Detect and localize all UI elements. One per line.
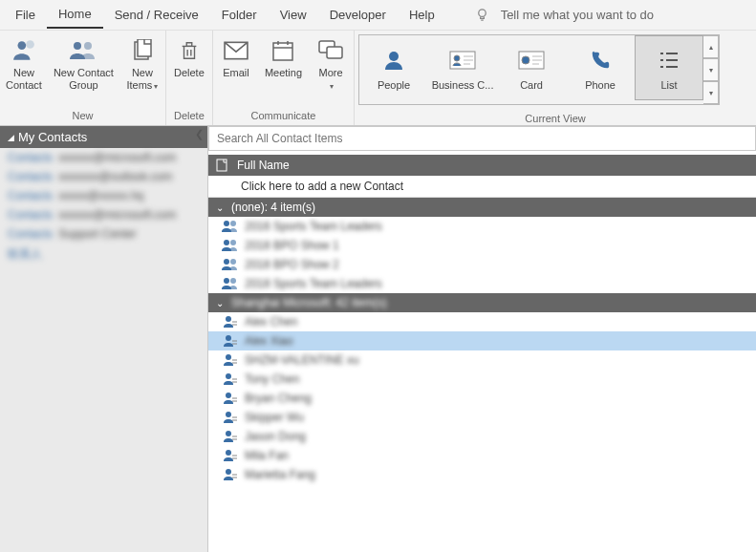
menu-folder[interactable]: Folder — [210, 2, 269, 28]
view-phone-label: Phone — [585, 79, 616, 91]
search-input[interactable] — [208, 126, 756, 151]
group-header-none[interactable]: ⌄ (none): 4 item(s) — [208, 198, 756, 217]
meeting-label: Meeting — [265, 67, 302, 79]
view-card[interactable]: Card — [497, 35, 566, 100]
more-button[interactable]: More▾ — [308, 31, 354, 108]
calendar-icon — [270, 34, 295, 67]
nav-folder-item[interactable]: 联系人 — [0, 244, 207, 265]
more-label: More▾ — [319, 67, 343, 93]
view-list[interactable]: List — [635, 35, 703, 100]
card-icon — [518, 45, 545, 75]
gallery-scroll-up[interactable]: ▴ — [703, 35, 719, 58]
collapse-nav-icon[interactable]: ❮ — [195, 128, 204, 140]
nav-folder-list: Contactsxxxxxx@microsoft.com Contactsxxx… — [0, 148, 207, 265]
menu-view[interactable]: View — [269, 2, 318, 28]
delete-button[interactable]: Delete — [166, 31, 212, 108]
svg-point-22 — [230, 259, 236, 265]
contact-name: SHZM-VALENTINE xu — [245, 353, 359, 367]
contact-row[interactable]: 2018 Sports Team Leaders — [208, 274, 756, 293]
menu-file[interactable]: File — [4, 2, 47, 28]
tell-me-label: Tell me what you want to do — [501, 8, 654, 22]
svg-rect-16 — [217, 159, 227, 171]
chevron-down-icon: ⌄ — [216, 298, 224, 308]
new-contact-button[interactable]: New Contact — [0, 31, 48, 108]
svg-point-30 — [226, 412, 231, 417]
menu-help[interactable]: Help — [398, 2, 446, 28]
contact-row[interactable]: Bryan Cheng — [208, 389, 756, 408]
contact-name: 2018 Sports Team Leaders — [245, 277, 382, 290]
svg-point-0 — [478, 10, 486, 17]
svg-point-25 — [226, 316, 231, 322]
contact-row[interactable]: Skipper Wu — [208, 408, 756, 427]
contact-row[interactable]: 2018 BPO Show 1 — [208, 236, 756, 255]
contact-person-icon — [220, 334, 241, 348]
contact-row[interactable]: Alex Chen — [208, 312, 756, 331]
contact-row[interactable]: Jason Dong — [208, 427, 756, 446]
svg-point-26 — [226, 335, 231, 341]
nav-folder-item[interactable]: ContactsSupport Center — [0, 224, 207, 244]
gallery-expand[interactable]: ▾ — [703, 81, 719, 104]
add-contact-row[interactable]: Click here to add a new Contact — [208, 176, 756, 198]
new-items-button[interactable]: New Items▾ — [119, 31, 165, 108]
svg-point-33 — [226, 469, 231, 475]
view-people[interactable]: People — [359, 35, 428, 100]
person-silhouette-icon — [382, 45, 405, 75]
people-group-icon — [69, 34, 97, 67]
nav-header-label: My Contacts — [18, 130, 87, 144]
svg-point-13 — [454, 55, 460, 61]
svg-point-17 — [224, 221, 229, 226]
nav-folder-item[interactable]: Contactsxxxxxx@microsoft.com — [0, 205, 207, 224]
svg-point-2 — [26, 40, 34, 49]
svg-point-15 — [522, 56, 529, 64]
svg-point-23 — [224, 278, 229, 284]
contact-row[interactable]: SHZM-VALENTINE xu — [208, 350, 756, 370]
speech-bubbles-icon — [318, 34, 343, 67]
contact-group-icon — [220, 277, 241, 290]
contact-person-icon — [220, 468, 241, 481]
new-contact-group-button[interactable]: New Contact Group — [48, 31, 119, 108]
menu-developer[interactable]: Developer — [318, 2, 398, 28]
nav-folder-item[interactable]: Contactsxxxxxxx@outlook.com — [0, 167, 207, 186]
contact-list-pane: Full Name Click here to add a new Contac… — [208, 126, 756, 552]
group-header-company[interactable]: ⌄ Shanghai Microsoft: 42 item(s) — [208, 293, 756, 312]
ribbon-group-communicate: Email Meeting More▾ Communicate — [213, 31, 355, 125]
menu-send-receive[interactable]: Send / Receive — [103, 2, 210, 28]
email-button[interactable]: Email — [213, 31, 259, 108]
view-list-label: List — [660, 79, 677, 91]
column-header-label: Full Name — [237, 159, 290, 172]
svg-point-20 — [230, 240, 236, 245]
nav-folder-item[interactable]: Contactsxxxxx@xxxxx.hq — [0, 186, 207, 205]
contact-name: Alex Xiao — [245, 334, 293, 348]
svg-point-28 — [226, 373, 231, 379]
contact-row[interactable]: 2016 Sports Team Leaders — [208, 217, 756, 236]
view-phone[interactable]: Phone — [566, 35, 635, 100]
contact-name: Marietta Fang — [245, 468, 315, 481]
new-contact-group-label: New Contact Group — [54, 67, 114, 92]
svg-point-24 — [230, 278, 236, 284]
new-contact-label: New Contact — [6, 67, 42, 92]
tell-me-search[interactable]: Tell me what you want to do — [475, 8, 654, 22]
chevron-down-icon: ▾ — [154, 82, 158, 91]
business-card-icon — [449, 45, 476, 75]
contact-row[interactable]: Mila Fan — [208, 446, 756, 465]
column-header-fullname[interactable]: Full Name — [208, 155, 756, 176]
svg-point-32 — [226, 450, 231, 456]
ribbon-group-current-view: People Business C... Card — [355, 31, 756, 125]
nav-header-my-contacts[interactable]: ◢ My Contacts — [0, 126, 207, 148]
contact-name: 2016 Sports Team Leaders — [245, 220, 382, 233]
contact-row[interactable]: Tony Chen — [208, 370, 756, 389]
contact-row[interactable]: Marietta Fang — [208, 465, 756, 484]
contact-group-icon — [220, 239, 241, 252]
group-header-label: Shanghai Microsoft: 42 item(s) — [231, 296, 387, 309]
svg-point-18 — [230, 221, 236, 226]
person-icon — [11, 34, 36, 67]
gallery-scroll-down[interactable]: ▾ — [703, 58, 719, 81]
menu-home[interactable]: Home — [47, 1, 103, 29]
nav-pane: ❮ ◢ My Contacts Contactsxxxxxx@microsoft… — [0, 126, 208, 552]
meeting-button[interactable]: Meeting — [259, 31, 308, 108]
contact-row[interactable]: Alex Xiao — [208, 331, 756, 350]
envelope-icon — [224, 34, 248, 67]
nav-folder-item[interactable]: Contactsxxxxxx@microsoft.com — [0, 148, 207, 167]
view-business-card[interactable]: Business C... — [428, 35, 497, 100]
contact-row[interactable]: 2018 BPO Show 2 — [208, 255, 756, 274]
